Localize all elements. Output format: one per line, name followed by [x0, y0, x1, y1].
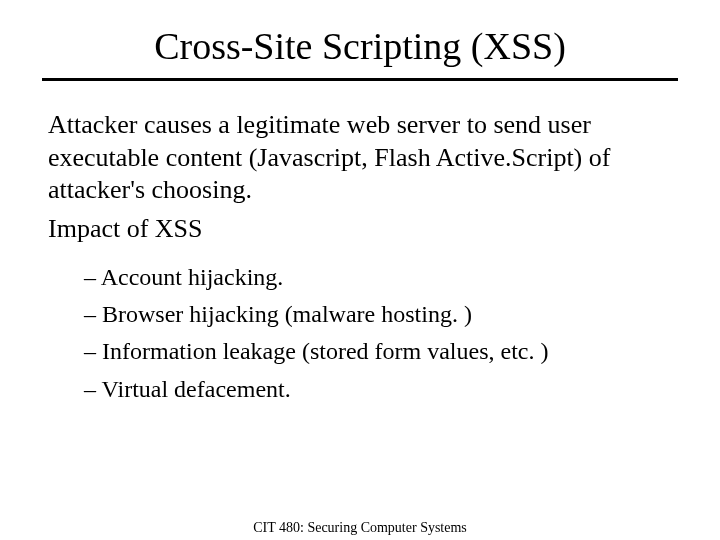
- slide-body: Attacker causes a legitimate web server …: [48, 109, 672, 408]
- list-item-text: Browser hijacking (malware hosting. ): [102, 301, 472, 327]
- dash-icon: –: [84, 338, 102, 364]
- list-item: – Virtual defacement.: [84, 371, 672, 408]
- slide-title: Cross-Site Scripting (XSS): [0, 24, 720, 68]
- list-item: – Browser hijacking (malware hosting. ): [84, 296, 672, 333]
- dash-icon: –: [84, 264, 101, 290]
- list-item-text: Information leakage (stored form values,…: [102, 338, 548, 364]
- list-item-text: Account hijacking.: [101, 264, 284, 290]
- impact-heading: Impact of XSS: [48, 213, 672, 246]
- list-item-text: Virtual defacement.: [102, 376, 291, 402]
- dash-icon: –: [84, 301, 102, 327]
- impact-list: – Account hijacking. – Browser hijacking…: [84, 259, 672, 408]
- dash-icon: –: [84, 376, 102, 402]
- slide: Cross-Site Scripting (XSS) Attacker caus…: [0, 24, 720, 540]
- list-item: – Account hijacking.: [84, 259, 672, 296]
- list-item: – Information leakage (stored form value…: [84, 333, 672, 370]
- title-divider: [42, 78, 678, 81]
- slide-footer: CIT 480: Securing Computer Systems: [0, 520, 720, 536]
- intro-paragraph: Attacker causes a legitimate web server …: [48, 109, 672, 207]
